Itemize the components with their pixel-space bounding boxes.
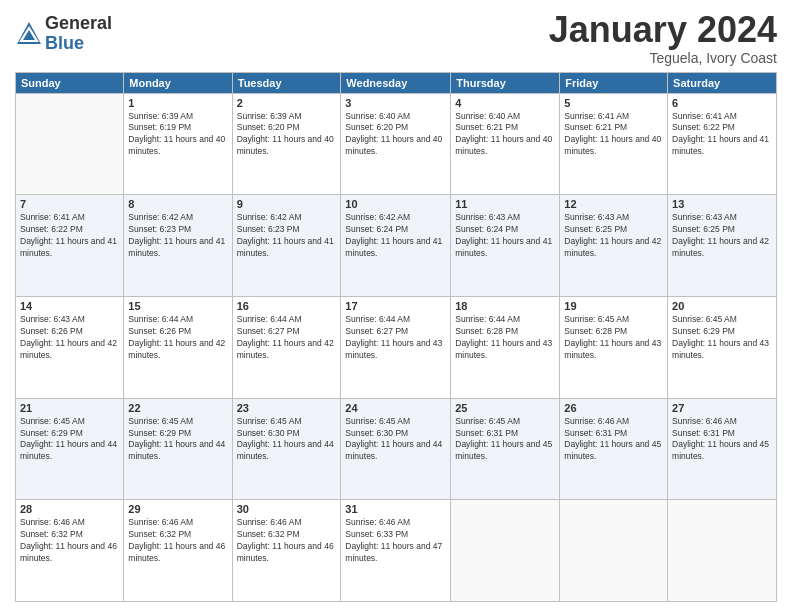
sunset-text: Sunset: 6:30 PM [345,428,408,438]
calendar-week-row: 7Sunrise: 6:41 AMSunset: 6:22 PMDaylight… [16,195,777,297]
day-info: Sunrise: 6:45 AMSunset: 6:29 PMDaylight:… [20,416,119,464]
daylight-text: Daylight: 11 hours and 42 minutes. [564,236,661,258]
calendar-day-cell: 14Sunrise: 6:43 AMSunset: 6:26 PMDayligh… [16,296,124,398]
sunset-text: Sunset: 6:31 PM [564,428,627,438]
sunset-text: Sunset: 6:33 PM [345,529,408,539]
daylight-text: Daylight: 11 hours and 40 minutes. [345,134,442,156]
col-wednesday: Wednesday [341,72,451,93]
day-number: 28 [20,503,119,515]
sunset-text: Sunset: 6:25 PM [672,224,735,234]
location-subtitle: Teguela, Ivory Coast [549,50,777,66]
sunset-text: Sunset: 6:32 PM [20,529,83,539]
day-info: Sunrise: 6:43 AMSunset: 6:26 PMDaylight:… [20,314,119,362]
daylight-text: Daylight: 11 hours and 45 minutes. [455,439,552,461]
day-number: 24 [345,402,446,414]
sunrise-text: Sunrise: 6:43 AM [20,314,85,324]
day-number: 5 [564,97,663,109]
sunset-text: Sunset: 6:21 PM [455,122,518,132]
day-info: Sunrise: 6:46 AMSunset: 6:31 PMDaylight:… [672,416,772,464]
calendar-day-cell: 8Sunrise: 6:42 AMSunset: 6:23 PMDaylight… [124,195,232,297]
sunrise-text: Sunrise: 6:41 AM [20,212,85,222]
daylight-text: Daylight: 11 hours and 44 minutes. [237,439,334,461]
daylight-text: Daylight: 11 hours and 40 minutes. [128,134,225,156]
sunset-text: Sunset: 6:23 PM [128,224,191,234]
calendar-day-cell: 24Sunrise: 6:45 AMSunset: 6:30 PMDayligh… [341,398,451,500]
calendar-day-cell: 6Sunrise: 6:41 AMSunset: 6:22 PMDaylight… [668,93,777,195]
sunrise-text: Sunrise: 6:46 AM [672,416,737,426]
sunrise-text: Sunrise: 6:46 AM [20,517,85,527]
sunset-text: Sunset: 6:24 PM [345,224,408,234]
sunrise-text: Sunrise: 6:42 AM [345,212,410,222]
sunrise-text: Sunrise: 6:45 AM [455,416,520,426]
daylight-text: Daylight: 11 hours and 41 minutes. [128,236,225,258]
sunrise-text: Sunrise: 6:46 AM [128,517,193,527]
sunset-text: Sunset: 6:31 PM [672,428,735,438]
calendar-day-cell: 5Sunrise: 6:41 AMSunset: 6:21 PMDaylight… [560,93,668,195]
sunrise-text: Sunrise: 6:44 AM [455,314,520,324]
day-number: 2 [237,97,337,109]
header: General Blue January 2024 Teguela, Ivory… [15,10,777,66]
calendar-header-row: Sunday Monday Tuesday Wednesday Thursday… [16,72,777,93]
sunrise-text: Sunrise: 6:43 AM [455,212,520,222]
sunset-text: Sunset: 6:23 PM [237,224,300,234]
day-number: 23 [237,402,337,414]
day-number: 18 [455,300,555,312]
logo-text: General Blue [45,14,112,54]
day-number: 15 [128,300,227,312]
calendar-day-cell: 1Sunrise: 6:39 AMSunset: 6:19 PMDaylight… [124,93,232,195]
day-info: Sunrise: 6:39 AMSunset: 6:19 PMDaylight:… [128,111,227,159]
day-number: 13 [672,198,772,210]
logo-icon [15,20,43,48]
sunset-text: Sunset: 6:31 PM [455,428,518,438]
sunset-text: Sunset: 6:20 PM [237,122,300,132]
daylight-text: Daylight: 11 hours and 46 minutes. [20,541,117,563]
calendar-day-cell: 21Sunrise: 6:45 AMSunset: 6:29 PMDayligh… [16,398,124,500]
sunrise-text: Sunrise: 6:45 AM [345,416,410,426]
sunrise-text: Sunrise: 6:44 AM [345,314,410,324]
day-number: 22 [128,402,227,414]
calendar-day-cell: 11Sunrise: 6:43 AMSunset: 6:24 PMDayligh… [451,195,560,297]
daylight-text: Daylight: 11 hours and 46 minutes. [237,541,334,563]
calendar-day-cell: 27Sunrise: 6:46 AMSunset: 6:31 PMDayligh… [668,398,777,500]
daylight-text: Daylight: 11 hours and 41 minutes. [20,236,117,258]
calendar-day-cell: 10Sunrise: 6:42 AMSunset: 6:24 PMDayligh… [341,195,451,297]
day-number: 10 [345,198,446,210]
calendar-day-cell: 16Sunrise: 6:44 AMSunset: 6:27 PMDayligh… [232,296,341,398]
day-info: Sunrise: 6:45 AMSunset: 6:28 PMDaylight:… [564,314,663,362]
col-sunday: Sunday [16,72,124,93]
sunset-text: Sunset: 6:29 PM [20,428,83,438]
col-tuesday: Tuesday [232,72,341,93]
daylight-text: Daylight: 11 hours and 43 minutes. [455,338,552,360]
day-number: 29 [128,503,227,515]
day-number: 26 [564,402,663,414]
sunset-text: Sunset: 6:22 PM [20,224,83,234]
sunrise-text: Sunrise: 6:42 AM [237,212,302,222]
sunrise-text: Sunrise: 6:41 AM [672,111,737,121]
day-number: 14 [20,300,119,312]
daylight-text: Daylight: 11 hours and 40 minutes. [237,134,334,156]
page: General Blue January 2024 Teguela, Ivory… [0,0,792,612]
daylight-text: Daylight: 11 hours and 40 minutes. [455,134,552,156]
calendar-day-cell: 7Sunrise: 6:41 AMSunset: 6:22 PMDaylight… [16,195,124,297]
sunrise-text: Sunrise: 6:45 AM [672,314,737,324]
sunset-text: Sunset: 6:27 PM [237,326,300,336]
calendar-day-cell: 20Sunrise: 6:45 AMSunset: 6:29 PMDayligh… [668,296,777,398]
day-info: Sunrise: 6:43 AMSunset: 6:24 PMDaylight:… [455,212,555,260]
sunrise-text: Sunrise: 6:40 AM [345,111,410,121]
day-info: Sunrise: 6:46 AMSunset: 6:33 PMDaylight:… [345,517,446,565]
calendar-table: Sunday Monday Tuesday Wednesday Thursday… [15,72,777,602]
sunrise-text: Sunrise: 6:43 AM [564,212,629,222]
calendar-day-cell: 23Sunrise: 6:45 AMSunset: 6:30 PMDayligh… [232,398,341,500]
month-title: January 2024 [549,10,777,50]
logo-blue-text: Blue [45,34,112,54]
sunset-text: Sunset: 6:20 PM [345,122,408,132]
daylight-text: Daylight: 11 hours and 41 minutes. [455,236,552,258]
sunset-text: Sunset: 6:21 PM [564,122,627,132]
sunrise-text: Sunrise: 6:46 AM [564,416,629,426]
col-saturday: Saturday [668,72,777,93]
day-number: 8 [128,198,227,210]
day-number: 9 [237,198,337,210]
sunset-text: Sunset: 6:29 PM [672,326,735,336]
sunset-text: Sunset: 6:32 PM [128,529,191,539]
sunset-text: Sunset: 6:26 PM [128,326,191,336]
